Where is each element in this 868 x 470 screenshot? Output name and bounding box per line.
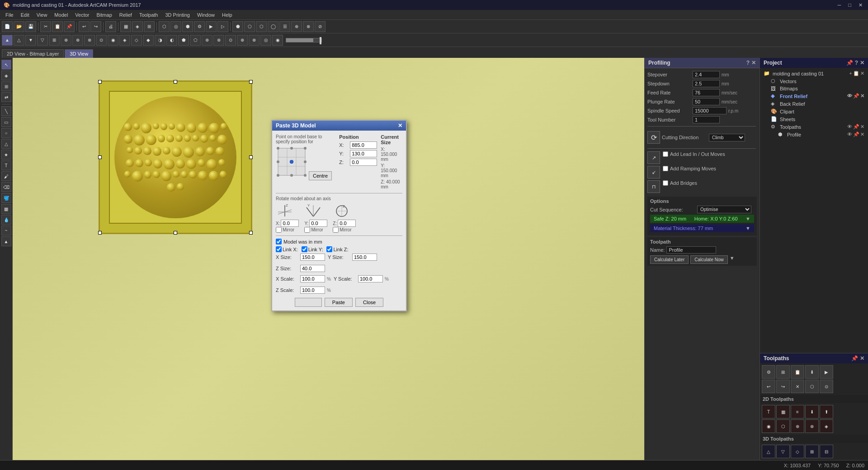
rotate-x-section: Z X: Mirror [276, 203, 299, 233]
link-x-label: Link X: [283, 247, 298, 252]
current-y-label: Y: 150.000 mm [381, 163, 402, 178]
x-size-label: X Size: [276, 254, 298, 260]
rotate-title: Rotate model about an axis [276, 196, 402, 201]
rotate-z-svg: Z [333, 203, 351, 219]
dialog-overlay: Paste 3D Model ✕ Point on model base to … [0, 0, 868, 470]
current-size-title: Current Size [381, 134, 402, 145]
y-size-input[interactable] [352, 254, 377, 261]
y-scale-row: Y Scale: % [334, 275, 389, 282]
x-scale-unit: % [327, 277, 331, 282]
size-inputs-row1: X Size: Y Size: Z Size: [276, 254, 402, 273]
mirror-x-row: Mirror [276, 227, 299, 233]
position-title: Position [339, 134, 377, 140]
link-y-checkbox[interactable] [302, 246, 307, 252]
z-size-input[interactable] [300, 265, 325, 272]
dialog-titlebar: Paste 3D Model ✕ [272, 121, 406, 131]
current-y-value: 150.000 mm [381, 168, 397, 178]
dialog-buttons: Paste Close [276, 298, 402, 307]
current-z-label: Z: 40.000 mm [381, 179, 402, 189]
mirror-y-checkbox[interactable] [304, 227, 310, 233]
svg-point-12 [290, 174, 293, 177]
model-was-mm-row: Model was in mm [276, 239, 402, 244]
rotate-y-input[interactable] [309, 220, 327, 227]
point-grid-svg [276, 146, 307, 178]
svg-point-10 [304, 160, 307, 163]
rotate-y-section: Y Y: Mirror [304, 203, 327, 233]
link-row: Link X: Link Y: Link Z: [276, 246, 402, 252]
z-scale-row: Z Scale: % [276, 287, 331, 294]
mirror-z-label: Mirror [340, 227, 351, 232]
z-scale-label: Z Scale: [276, 287, 298, 293]
mirror-x-checkbox[interactable] [276, 227, 282, 233]
dialog-divider2 [276, 235, 402, 236]
y-scale-unit: % [385, 277, 389, 282]
pos-x-label: X: [339, 142, 348, 148]
x-size-input[interactable] [300, 254, 325, 261]
link-y-item: Link Y: [302, 246, 323, 252]
dialog-top-section: Point on model base to specify position … [276, 134, 402, 189]
current-x-value: 150.000 mm [381, 152, 397, 162]
rotate-x-input-row: X: [276, 220, 299, 227]
model-was-mm-checkbox[interactable] [276, 239, 282, 244]
centre-btn[interactable]: Centre [309, 171, 332, 180]
current-size-section: Current Size X: 150.000 mm Y: 150.000 mm… [381, 134, 402, 189]
z-size-row: Z Size: [276, 265, 325, 272]
point-label: Point on model base to specify position … [276, 134, 335, 144]
dialog-divider1 [276, 193, 402, 193]
pos-x-input[interactable] [350, 141, 377, 149]
z-scale-input[interactable] [300, 287, 325, 294]
x-scale-row: X Scale: % [276, 275, 331, 282]
svg-text:Z: Z [343, 204, 345, 208]
pos-z-label: Z: [339, 160, 348, 165]
mirror-y-row: Mirror [304, 227, 327, 233]
z-scale-unit: % [327, 288, 331, 293]
dialog-body: Point on model base to specify position … [272, 131, 406, 310]
svg-point-11 [277, 174, 279, 177]
rotate-x-axis-label: X: [276, 221, 280, 226]
link-x-item: Link X: [276, 246, 298, 252]
dialog-apply-btn[interactable] [295, 298, 322, 307]
svg-point-13 [304, 174, 307, 177]
link-y-label: Link Y: [308, 247, 323, 252]
svg-text:Y: Y [307, 203, 310, 207]
pos-y-row: Y: [339, 150, 377, 157]
pos-z-input[interactable] [350, 159, 377, 166]
link-z-checkbox[interactable] [326, 246, 332, 252]
mirror-z-checkbox[interactable] [333, 227, 339, 233]
current-x-label: X: 150.000 mm [381, 147, 402, 162]
svg-point-8 [277, 160, 279, 163]
dialog-close-footer-btn[interactable]: Close [355, 298, 383, 307]
rotate-z-input-row: Z: [333, 220, 356, 227]
svg-point-7 [304, 147, 307, 150]
point-selector-section: Point on model base to specify position … [276, 134, 335, 189]
rotate-y-axis-label: Y: [304, 221, 308, 226]
rotate-y-svg: Y [304, 203, 322, 219]
pos-y-input[interactable] [350, 150, 377, 157]
link-z-label: Link Z: [333, 247, 348, 252]
mirror-y-label: Mirror [311, 227, 323, 232]
link-z-item: Link Z: [326, 246, 348, 252]
dialog-close-btn[interactable]: ✕ [398, 122, 402, 129]
svg-line-18 [307, 207, 313, 216]
rotate-axes: Z X: Mirror [276, 203, 402, 233]
pos-y-label: Y: [339, 151, 348, 156]
model-was-mm-label: Model was in mm [283, 239, 322, 244]
y-size-label: Y Size: [328, 254, 350, 260]
current-z-value: 40.000 mm [381, 179, 400, 189]
x-scale-input[interactable] [300, 275, 325, 282]
svg-text:Z: Z [286, 203, 288, 207]
position-section: Position X: Y: Z: [339, 134, 377, 189]
rotate-z-section: Z Z: Mirror [333, 203, 356, 233]
rotate-z-input[interactable] [338, 220, 356, 227]
rotate-x-input[interactable] [281, 220, 299, 227]
scale-inputs-row: X Scale: % Y Scale: % Z Scale: % [276, 275, 402, 295]
dialog-paste-btn[interactable]: Paste [325, 298, 353, 307]
y-scale-label: Y Scale: [334, 276, 356, 282]
set-model-size-section: Model was in mm Link X: Link Y: Link Z: [276, 239, 402, 295]
svg-line-19 [313, 207, 320, 216]
pos-z-row: Z: [339, 159, 377, 166]
link-x-checkbox[interactable] [276, 246, 282, 252]
dialog-title: Paste 3D Model [276, 122, 316, 129]
y-scale-input[interactable] [358, 275, 383, 282]
y-size-row: Y Size: [328, 254, 377, 261]
